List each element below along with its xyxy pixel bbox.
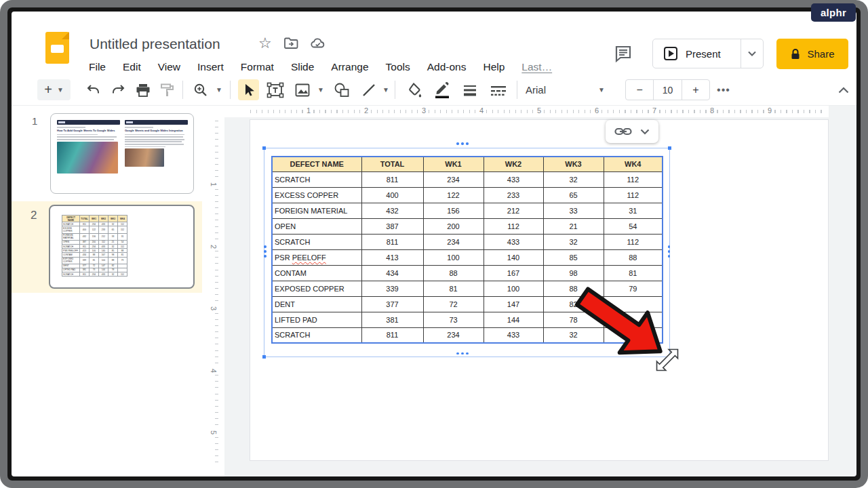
- menu-help[interactable]: Help: [483, 61, 505, 73]
- mini-header: WK4: [118, 216, 127, 222]
- selection-handle-top-right[interactable]: [668, 146, 671, 150]
- logo-page: [51, 45, 64, 53]
- star-icon[interactable]: ☆: [258, 36, 272, 51]
- menu-view[interactable]: View: [158, 61, 180, 73]
- undo-icon[interactable]: [84, 74, 103, 106]
- mini-header: TOTAL: [80, 216, 90, 222]
- google-slides-logo-icon[interactable]: [45, 32, 69, 64]
- vertical-ruler-number: 3: [208, 306, 219, 310]
- link-icon[interactable]: [614, 127, 632, 136]
- selection-drag-handle-right[interactable]: [668, 245, 671, 258]
- mini-cell: 100: [99, 257, 108, 264]
- mini-cell: 433: [99, 272, 108, 277]
- mini-cell: EXCESS COPPER: [62, 226, 80, 233]
- font-size-decrease-button[interactable]: −: [626, 80, 653, 100]
- zoom-icon[interactable]: [191, 74, 211, 106]
- mini-header: WK3: [108, 216, 118, 222]
- last-edit-link[interactable]: Last…: [521, 61, 552, 73]
- font-family-select[interactable]: Arial: [526, 74, 573, 106]
- image-dropdown-icon[interactable]: ▼: [315, 74, 326, 106]
- present-button[interactable]: Present: [653, 39, 741, 68]
- print-icon[interactable]: [133, 74, 153, 106]
- mini-cell: 122: [90, 226, 99, 233]
- linked-table-popup: [606, 120, 658, 143]
- mini-row: EXPOSED COPPER339811008879: [62, 257, 127, 264]
- article-photo-left: [57, 142, 118, 174]
- insert-image-icon[interactable]: [292, 74, 313, 106]
- more-options-icon[interactable]: •••: [710, 74, 737, 106]
- new-slide-button[interactable]: +▼: [37, 79, 71, 100]
- share-button[interactable]: Share: [776, 39, 848, 69]
- present-button-group: Present: [652, 39, 764, 68]
- present-label: Present: [686, 48, 721, 60]
- border-dash-icon[interactable]: [486, 74, 511, 106]
- horizontal-ruler-number: 8: [708, 106, 716, 115]
- mini-cell: 32: [108, 272, 118, 277]
- hide-menus-icon[interactable]: [833, 74, 854, 106]
- horizontal-ruler-number: 6: [593, 106, 601, 115]
- mini-cell: 432: [80, 233, 90, 240]
- horizontal-ruler-number: 3: [420, 106, 428, 115]
- selection-drag-handle-top[interactable]: [456, 142, 469, 145]
- mini-cell: 339: [80, 257, 90, 264]
- menu-tools[interactable]: Tools: [386, 61, 410, 73]
- article-preview-right: Google Sheets and Google Slides Integrat…: [125, 120, 188, 188]
- zoom-dropdown-icon[interactable]: ▼: [214, 74, 224, 106]
- present-dropdown-button[interactable]: [741, 39, 763, 68]
- redo-icon[interactable]: [108, 74, 127, 106]
- horizontal-ruler-number: 1: [304, 106, 313, 115]
- cloud-saved-icon[interactable]: [310, 37, 326, 50]
- present-play-icon: [664, 47, 677, 60]
- selection-drag-handle-bottom[interactable]: [456, 352, 469, 355]
- mini-header: WK2: [99, 216, 108, 222]
- comments-icon[interactable]: [614, 44, 633, 63]
- horizontal-ruler-number: 4: [477, 106, 486, 115]
- alphr-logo-text: alphr: [821, 7, 846, 18]
- logo-fold: [62, 32, 69, 39]
- mini-cell: EXPOSED COPPER: [62, 257, 80, 264]
- share-label: Share: [807, 48, 834, 60]
- mini-cell: SCRATCH: [62, 272, 80, 277]
- line-dropdown-icon[interactable]: ▼: [380, 74, 391, 106]
- font-size-increase-button[interactable]: +: [682, 80, 709, 100]
- menu-bar: FileEditViewInsertFormatSlideArrangeTool…: [89, 61, 552, 73]
- vertical-ruler-number: 5: [208, 430, 219, 434]
- font-family-dropdown-icon[interactable]: ▼: [596, 74, 607, 106]
- move-folder-icon[interactable]: [283, 37, 298, 50]
- menu-insert[interactable]: Insert: [197, 61, 224, 73]
- paint-format-icon[interactable]: [157, 74, 178, 106]
- slide-2-thumbnail[interactable]: DEFECT NAMETOTALWK1WK2WK3WK4 SCRATCH8112…: [49, 205, 195, 289]
- mini-cell: 112: [118, 226, 127, 233]
- slide-filmstrip: 1 How To Add Google Sheets To Google Sli…: [12, 106, 209, 476]
- resize-cursor-icon: [652, 343, 683, 377]
- menu-slide[interactable]: Slide: [291, 61, 314, 73]
- menu-edit[interactable]: Edit: [123, 61, 141, 73]
- menu-arrange[interactable]: Arrange: [331, 61, 368, 73]
- text-box-icon[interactable]: [264, 74, 287, 106]
- vertical-ruler-ticks: [215, 121, 218, 464]
- selection-handle-bottom-left[interactable]: [262, 355, 266, 359]
- slide-1-thumbnail[interactable]: How To Add Google Sheets To Google Slide…: [50, 113, 194, 194]
- border-color-icon[interactable]: [431, 74, 453, 106]
- menu-format[interactable]: Format: [241, 61, 274, 73]
- selection-drag-handle-left[interactable]: [264, 245, 267, 258]
- app-header: Untitled presentation ☆ FileEditViewInse…: [12, 12, 856, 74]
- border-weight-icon[interactable]: [459, 74, 481, 106]
- font-size-value[interactable]: 10: [653, 80, 682, 100]
- lock-icon: [790, 48, 801, 60]
- document-title[interactable]: Untitled presentation: [90, 36, 220, 52]
- mini-cell: 33: [108, 233, 118, 240]
- popup-chevron-down-icon[interactable]: [640, 129, 650, 135]
- mini-cell: 234: [90, 272, 99, 277]
- mini-row: EXCESS COPPER40012223365112: [62, 226, 127, 233]
- horizontal-ruler-number: 2: [362, 106, 370, 115]
- select-tool-icon[interactable]: [238, 79, 259, 100]
- selection-handle-top-left[interactable]: [262, 146, 266, 150]
- menu-addons[interactable]: Add-ons: [427, 61, 467, 73]
- fill-color-icon[interactable]: [403, 74, 425, 106]
- vertical-ruler-number: 1: [208, 182, 219, 186]
- horizontal-ruler-number: 9: [766, 106, 774, 115]
- menu-file[interactable]: File: [89, 61, 106, 73]
- insert-line-icon[interactable]: [359, 74, 379, 106]
- insert-shape-icon[interactable]: [330, 74, 353, 106]
